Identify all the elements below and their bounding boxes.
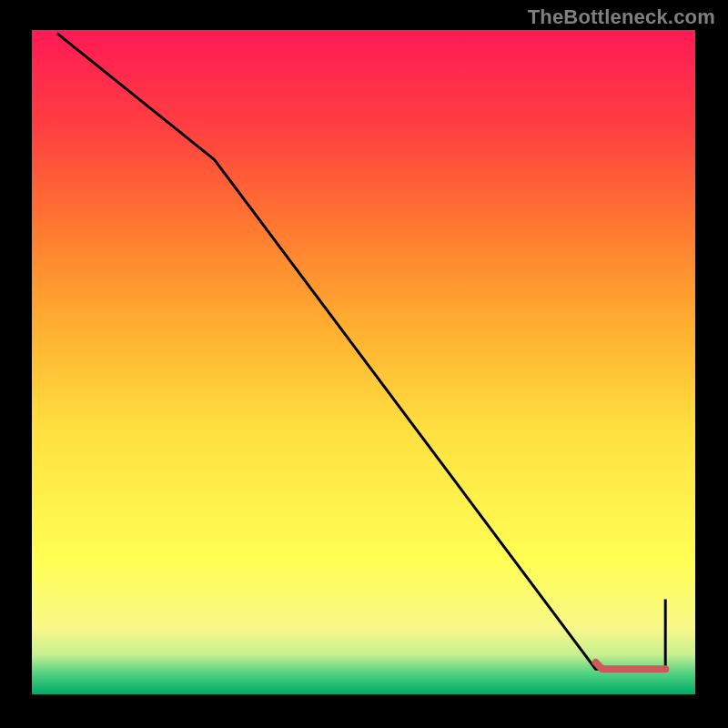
bottleneck-chart — [0, 0, 728, 728]
chart-container: TheBottleneck.com — [0, 0, 728, 728]
plot-background — [32, 30, 695, 694]
